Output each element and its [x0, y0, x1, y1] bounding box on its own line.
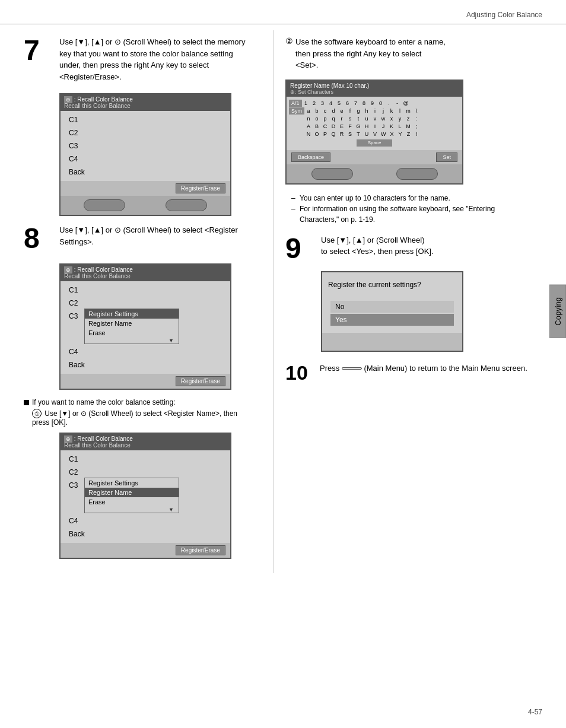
step-10-block: 10 Press (Main Menu) to return to the Ma… [285, 363, 528, 383]
step-8-row-c4: C4 [61, 345, 230, 358]
step-8-screen-body: C1 C2 C3 Register Settings Register Name… [61, 281, 230, 374]
sub-step-2-notes: You can enter up to 10 characters for th… [291, 193, 528, 225]
kb-a1-key: A/1 [289, 100, 302, 107]
sub-step-2-circle: ② [285, 36, 293, 46]
sub-step-1-screen-body: C1 C2 C3 Register Settings Register Name… [61, 450, 230, 543]
step-9-number: 9 [285, 234, 315, 263]
step-7-block: 7 Use [▼], [▲] or ⊙ (Scroll Wheel) to se… [24, 36, 255, 82]
step-8-screen: ⊕ : Recall Color Balance Recall this Col… [59, 263, 231, 390]
sub-step-1-row-c3: C3 Register Settings Register Name Erase… [61, 479, 230, 492]
kb-footer: Backspace Set [287, 150, 462, 164]
sub-step-1-menu-erase: Erase [85, 497, 179, 507]
step-8-row-c1: C1 [61, 284, 230, 297]
keyboard-screen: Register Name (Max 10 char.) ⊕: Set Char… [285, 80, 463, 185]
step-8-row-back: Back [61, 358, 230, 371]
kb-row-2: Sym abcdefghijklm\ [289, 107, 460, 115]
step-7-row-c4: C4 [61, 152, 230, 166]
step-8-register-erase-btn: Register/Erase [176, 376, 225, 386]
sub-step-1-dropdown-arrow: ▼ [85, 507, 179, 513]
step-7-screen: ⊕ : Recall Color Balance Recall this Col… [59, 93, 231, 216]
step-8-header-line1: ⊕ : Recall Color Balance [64, 266, 227, 273]
sub-step-2: ② Use the software keyboard to enter a n… [285, 36, 528, 71]
step-7-row-c1: C1 [61, 113, 230, 126]
kb-right-oval-btn [396, 168, 438, 180]
page-title: Adjusting Color Balance [466, 11, 542, 19]
sub-step-1-screen-header: ⊕ : Recall Color Balance Recall this Col… [61, 434, 230, 450]
sub-step-1-header-line1: ⊕ : Recall Color Balance [64, 435, 227, 442]
kb-space-area: Space [289, 138, 460, 148]
step-9-no-option: No [330, 301, 454, 313]
step-8-menu-register-settings: Register Settings [85, 309, 179, 319]
kb-screen-header: Register Name (Max 10 char.) ⊕: Set Char… [287, 81, 462, 97]
kb-sym-key: Sym [289, 107, 304, 115]
kb-set-btn: Set [436, 152, 457, 162]
step-7-right-btn [166, 199, 207, 211]
step-9-text: Use [▼], [▲] or (Scroll Wheel) to select… [321, 234, 528, 257]
right-column: ② Use the software keyboard to enter a n… [273, 30, 546, 573]
if-note: If you want to name the color balance se… [24, 398, 255, 406]
page-number: 4-57 [528, 708, 542, 716]
step-7-screen-body: C1 C2 C3 C4 Back [61, 111, 230, 181]
step-7-row-c2: C2 [61, 126, 230, 139]
sub-step-1-row-back: Back [61, 527, 230, 541]
kb-row-1: A/1 1234567890.-@ [289, 100, 460, 107]
step-8-row-c3: C3 Register Settings Register Name Erase… [61, 310, 230, 323]
sub-step-1-screen-footer: Register/Erase [61, 543, 230, 558]
sub-step-1: ① Use [▼] or ⊙ (Scroll Wheel) to select … [32, 409, 255, 427]
step-7-bottom-btns [61, 196, 230, 215]
kb-row-4: ABCDEFGHIJKLM; [289, 123, 460, 130]
step-7-row-back: Back [61, 166, 230, 179]
sub-step-2-text: Use the software keyboard to enter a nam… [295, 36, 528, 71]
step-8-menu-erase: Erase [85, 328, 179, 338]
page-footer: 4-57 [528, 708, 542, 716]
step-10-text: Press (Main Menu) to return to the Main … [320, 363, 528, 374]
step-8-text: Use [▼], [▲] or ⊙ (Scroll Wheel) to sele… [59, 224, 255, 247]
step-9-screen-footer [322, 333, 462, 351]
sub-step-1-menu-register-name: Register Name [85, 488, 179, 497]
step-9-question: Register the current settings? [328, 281, 456, 289]
kb-header-line1: Register Name (Max 10 char.) [290, 82, 459, 89]
side-tab-label: Copying [554, 297, 562, 326]
note-2: For information on using the software ke… [291, 204, 528, 225]
sub-step-1-header-line2: Recall this Color Balance [64, 442, 227, 449]
kb-header-line2: ⊕: Set Characters [290, 89, 459, 95]
sub-step-1-register-erase-btn: Register/Erase [176, 545, 225, 555]
step-9-yes-option: Yes [330, 314, 454, 326]
main-content: 7 Use [▼], [▲] or ⊙ (Scroll Wheel) to se… [0, 30, 566, 573]
sub-step-1-row-c4: C4 [61, 514, 230, 527]
step-8-number: 8 [24, 224, 53, 253]
kb-row-5: NOPQRSTUVWXYZ! [289, 131, 460, 138]
sub-step-1-row-c2: C2 [61, 466, 230, 479]
step-10-number: 10 [285, 363, 314, 383]
step-7-header-line2: Recall this Color Balance [64, 103, 227, 109]
step-8-screen-footer: Register/Erase [61, 374, 230, 389]
step-7-header-line1: ⊕ : Recall Color Balance [64, 96, 227, 103]
step-7-row-c3: C3 [61, 139, 230, 152]
step-7-left-btn [84, 199, 125, 211]
kb-body: A/1 1234567890.-@ Sym abcdefghijklm\ nop… [287, 97, 462, 150]
main-menu-button-icon [342, 367, 362, 370]
step-8-header-line2: Recall this Color Balance [64, 273, 227, 279]
step-8-menu-register-name: Register Name [85, 319, 179, 328]
step-8-screen-header: ⊕ : Recall Color Balance Recall this Col… [61, 265, 230, 281]
sub-step-1-row-c1: C1 [61, 453, 230, 466]
kb-backspace-btn: Backspace [291, 152, 330, 162]
step-8-block: 8 Use [▼], [▲] or ⊙ (Scroll Wheel) to se… [24, 224, 255, 253]
step-9-block: 9 Use [▼], [▲] or (Scroll Wheel) to sele… [285, 234, 528, 263]
step-7-register-erase-btn: Register/Erase [176, 183, 225, 193]
step-8-row-c2: C2 [61, 297, 230, 310]
kb-space-label: Space [357, 139, 392, 147]
kb-bottom-btns [287, 164, 462, 183]
sub-step-1-label: ① Use [▼] or ⊙ (Scroll Wheel) to select … [32, 409, 255, 427]
left-column: 7 Use [▼], [▲] or ⊙ (Scroll Wheel) to se… [0, 30, 273, 573]
step-9-screen: Register the current settings? No Yes [321, 271, 463, 352]
sub-step-1-screen: ⊕ : Recall Color Balance Recall this Col… [59, 433, 231, 559]
step-7-number: 7 [24, 36, 53, 65]
page-header: Adjusting Color Balance [0, 0, 566, 24]
step-7-screen-footer: Register/Erase [61, 181, 230, 196]
kb-left-oval-btn [311, 168, 353, 180]
step-7-screen-header: ⊕ : Recall Color Balance Recall this Col… [61, 94, 230, 111]
note-1: You can enter up to 10 characters for th… [291, 193, 528, 204]
if-note-square [24, 400, 29, 405]
sub-step-1-circle: ① [32, 409, 42, 418]
